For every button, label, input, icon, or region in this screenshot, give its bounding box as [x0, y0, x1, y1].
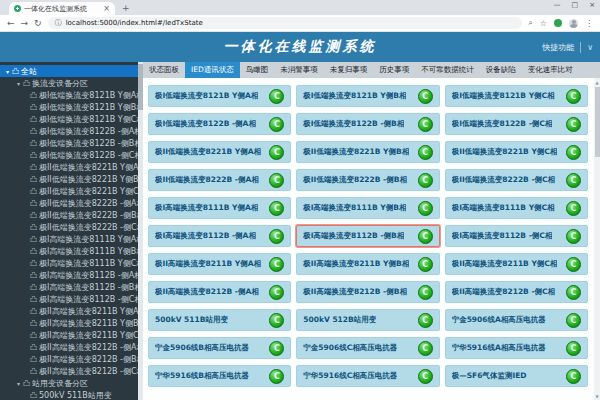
- ied-card[interactable]: 极I高端换流变8111B Y侧B相C: [296, 197, 439, 219]
- app-tab[interactable]: 历史事项: [373, 62, 415, 78]
- app-tab[interactable]: 设备缺陷: [480, 62, 522, 78]
- ied-card[interactable]: 极II高端换流变8212B -侧C相C: [445, 281, 588, 303]
- ied-card[interactable]: 极II高端换流变8211B Y侧B相C: [296, 253, 439, 275]
- main-scrollbar-thumb[interactable]: [595, 87, 600, 157]
- tree-item[interactable]: 凸极I低端换流变8122B -侧C相: [0, 149, 143, 161]
- scroll-up-icon[interactable]: ▲: [594, 78, 600, 86]
- status-ok-icon: C: [269, 229, 284, 244]
- ied-card[interactable]: 宁华5916线B相高压电抗器C: [148, 365, 291, 387]
- ied-card[interactable]: 宁金5906线B相高压电抗器C: [148, 337, 291, 359]
- caret-down-icon[interactable]: ▾: [6, 68, 9, 75]
- tree-item[interactable]: 凸极II低端换流变8222B -侧A相: [0, 197, 143, 209]
- ied-card[interactable]: 极II低端换流变8222B -侧A相C: [148, 169, 291, 191]
- tree-item[interactable]: 凸极I低端换流变8121B Y侧A相: [0, 89, 143, 101]
- ied-card[interactable]: 500kV 512B站用变C: [296, 309, 439, 331]
- new-tab-button[interactable]: +: [122, 3, 130, 13]
- tree-item[interactable]: 凸极I高端换流变8112B -侧C相: [0, 293, 143, 305]
- app-tab[interactable]: 鸟瞰图: [240, 62, 275, 78]
- tree-item[interactable]: ▾凸全站: [0, 65, 143, 77]
- tree-item[interactable]: 凸极I高端换流变8111B Y侧A相: [0, 233, 143, 245]
- app-tab[interactable]: 变化速率比对: [522, 62, 579, 78]
- app-tab[interactable]: 状态面板: [143, 62, 185, 78]
- ied-card[interactable]: 宁金5906线A相高压电抗器C: [445, 309, 588, 331]
- back-icon[interactable]: ←: [7, 19, 15, 28]
- device-icon: 凸: [30, 330, 37, 340]
- ied-card[interactable]: 极I低端换流变8121B Y侧C相C: [445, 85, 588, 107]
- extension-icon[interactable]: [554, 19, 562, 27]
- address-bar[interactable]: ⓘ localhost:5000/index.html#/ledTxState: [48, 17, 523, 29]
- ied-card[interactable]: 极I低端换流变8122B -侧B相C: [296, 113, 439, 135]
- profile-avatar-icon[interactable]: [569, 19, 578, 28]
- ied-card[interactable]: 500kV 511B站用变C: [148, 309, 291, 331]
- ied-card[interactable]: 极II低端换流变8221B Y侧A相C: [148, 141, 291, 163]
- tree-item[interactable]: 凸极I低端换流变8121B Y侧C相: [0, 113, 143, 125]
- tree-item[interactable]: 凸极I低端换流变8121B Y侧B相: [0, 101, 143, 113]
- ied-card[interactable]: 极II低端换流变8222B -侧C相C: [445, 169, 588, 191]
- ied-card[interactable]: 极II高端换流变8211B Y侧A相C: [148, 253, 291, 275]
- tree-item[interactable]: 凸极II低端换流变8221B Y侧A相: [0, 161, 143, 173]
- tree-item[interactable]: 凸极II高端换流变8212B -侧A相: [0, 341, 143, 353]
- bookmark-star-icon[interactable]: ☆: [540, 19, 547, 28]
- ied-card[interactable]: 极II低端换流变8221B Y侧B相C: [296, 141, 439, 163]
- app-tab[interactable]: 未复归事项: [324, 62, 374, 78]
- ied-card[interactable]: 极II低端换流变8221B Y侧C相C: [445, 141, 588, 163]
- chevron-down-icon[interactable]: ∨: [587, 43, 593, 52]
- ied-card[interactable]: 极I高端换流变8111B Y侧A相C: [148, 197, 291, 219]
- tree-item[interactable]: 凸极II高端换流变8211B Y侧C相: [0, 329, 143, 341]
- status-ok-icon: C: [418, 285, 433, 300]
- tree-item[interactable]: ▾凸站用变设备分区: [0, 377, 143, 389]
- forward-icon[interactable]: →: [21, 19, 29, 28]
- ied-card[interactable]: 极II低端换流变8222B -侧B相C: [296, 169, 439, 191]
- reload-icon[interactable]: ↻: [34, 19, 42, 28]
- tree-item[interactable]: 凸500kV 511B站用变: [0, 389, 143, 400]
- tree-item[interactable]: 凸极II低端换流变8222B -侧C相: [0, 221, 143, 233]
- tree-item[interactable]: 凸极II高端换流变8212B -侧B相: [0, 353, 143, 365]
- ied-card[interactable]: 极I低端换流变8122B -侧C相C: [445, 113, 588, 135]
- quick-functions-button[interactable]: 快捷功能 ∨: [542, 32, 593, 62]
- ied-card[interactable]: 极II高端换流变8212B -侧B相C: [296, 281, 439, 303]
- page-info-icon[interactable]: ⓘ: [55, 18, 62, 28]
- tab-close-icon[interactable]: ×: [103, 4, 110, 13]
- ied-card[interactable]: 极I低端换流变8121B Y侧B相C: [296, 85, 439, 107]
- main-scrollbar[interactable]: ▲ ▼: [594, 78, 600, 400]
- scroll-down-icon[interactable]: ▼: [594, 392, 600, 400]
- ied-card[interactable]: 极I高端换流变8112B -侧A相C: [148, 225, 291, 247]
- browser-tab[interactable]: 一体化在线监测系统 ×: [9, 2, 115, 15]
- ied-card[interactable]: 极I高端换流变8111B Y侧C相C: [445, 197, 588, 219]
- tree-item[interactable]: 凸极I低端换流变8122B -侧B相: [0, 137, 143, 149]
- ied-card[interactable]: 极I低端换流变8121B Y侧A相C: [148, 85, 291, 107]
- ied-card[interactable]: 宁华5916线A相高压电抗器C: [445, 337, 588, 359]
- tree-item[interactable]: 凸极I高端换流变8112B -侧A相: [0, 269, 143, 281]
- tree-item[interactable]: 凸极I高端换流变8112B -侧B相: [0, 281, 143, 293]
- minimize-button[interactable]: —: [554, 1, 561, 9]
- ied-card[interactable]: 极I高端换流变8112B -侧C相C: [445, 225, 588, 247]
- tree-item[interactable]: 凸极II低端换流变8222B -侧B相: [0, 209, 143, 221]
- tree-item[interactable]: 凸极I高端换流变8111B Y侧C相: [0, 257, 143, 269]
- tree-item[interactable]: 凸极II低端换流变8221B Y侧C相: [0, 185, 143, 197]
- menu-dots-icon[interactable]: ⋮: [585, 19, 593, 28]
- ied-card[interactable]: 宁金5906线C相高压电抗器C: [296, 337, 439, 359]
- app-tab[interactable]: IED通讯状态: [185, 62, 240, 78]
- tree-item[interactable]: ▾凸换流变设备分区: [0, 77, 143, 89]
- ied-card[interactable]: 宁华5916线C相高压电抗器C: [296, 365, 439, 387]
- app-tab[interactable]: 未消警事项: [274, 62, 324, 78]
- tree-item[interactable]: 凸极II低端换流变8221B Y侧B相: [0, 173, 143, 185]
- close-button[interactable]: ×: [589, 1, 595, 9]
- tree-item[interactable]: 凸极II高端换流变8211B Y侧A相: [0, 305, 143, 317]
- ied-card[interactable]: 极—SF6气体监测IEDC: [445, 365, 588, 387]
- ied-card-label: 极II低端换流变8221B Y侧C相: [452, 147, 558, 157]
- zoom-icon[interactable]: ⌕: [528, 18, 532, 28]
- ied-card[interactable]: 极II高端换流变8212B -侧A相C: [148, 281, 291, 303]
- device-icon: 凸: [30, 138, 37, 148]
- ied-card[interactable]: 极I低端换流变8122B -侧A相C: [148, 113, 291, 135]
- tree-item[interactable]: 凸极II高端换流变8212B -侧C相: [0, 365, 143, 377]
- maximize-button[interactable]: □: [572, 1, 579, 9]
- app-tab[interactable]: 不可靠数据统计: [415, 62, 480, 78]
- tree-item[interactable]: 凸极I低端换流变8122B -侧A相: [0, 125, 143, 137]
- caret-down-icon[interactable]: ▾: [17, 380, 20, 387]
- tree-item[interactable]: 凸极II高端换流变8211B Y侧B相: [0, 317, 143, 329]
- ied-card[interactable]: 极II高端换流变8211B Y侧C相C: [445, 253, 588, 275]
- caret-down-icon[interactable]: ▾: [17, 80, 20, 87]
- tree-item[interactable]: 凸极I高端换流变8111B Y侧B相: [0, 245, 143, 257]
- ied-card[interactable]: 极I高端换流变8112B -侧B相C: [296, 225, 439, 247]
